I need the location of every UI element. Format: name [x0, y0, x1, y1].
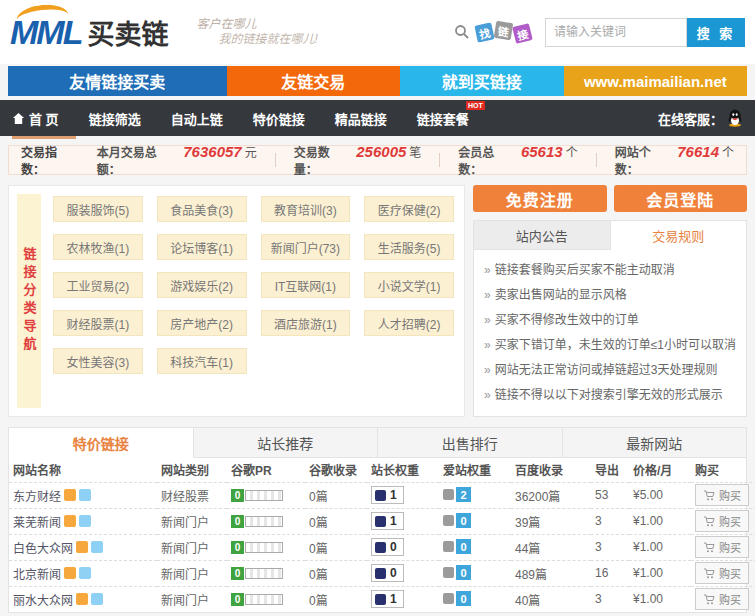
google-index: 0篇 [305, 534, 367, 560]
cert-icon [91, 593, 103, 605]
category-recruitment[interactable]: 人才招聘(2) [364, 310, 454, 336]
site-name-link[interactable]: 莱芜新闻 [13, 513, 61, 530]
table-row: 白色大众网 新闻门户 0 0篇 0 0 44篇 3 ¥1.00 购买 [9, 534, 755, 560]
find-link-tiles: 找 链 接 [474, 22, 531, 42]
rules-list: »链接套餐购买后买家不能主动取消 »卖家出售网站的显示风格 »买家不得修改生效中… [474, 250, 746, 416]
site-name-link[interactable]: 白色大众网 [13, 539, 73, 556]
category-panel: 链接分类导航 服装服饰(5) 食品美食(3) 教育培训(3) 医疗保健(2) 农… [8, 185, 465, 417]
nav-item-special[interactable]: 特价链接 [253, 100, 305, 136]
category-food[interactable]: 食品美食(3) [157, 196, 247, 222]
site-category: 新闻门户 [157, 534, 227, 560]
banner-segment-2: 友链交易 [227, 66, 400, 96]
category-tech-auto[interactable]: 科技汽车(1) [157, 348, 247, 374]
category-hotel-travel[interactable]: 酒店旅游(1) [261, 310, 351, 336]
aizhan-icon [443, 489, 454, 500]
site-name-link[interactable]: 丽水大众网 [13, 591, 73, 608]
search-input[interactable] [545, 18, 687, 47]
category-side-label: 链接分类导航 [17, 194, 41, 408]
pagerank-indicator: 0 [231, 593, 283, 606]
col-chinaz-weight: 站长权重 [367, 458, 439, 482]
aizhan-weight-badge: 0 [443, 513, 471, 528]
category-grid: 服装服饰(5) 食品美食(3) 教育培训(3) 医疗保健(2) 农林牧渔(1) … [41, 194, 456, 408]
category-novels[interactable]: 小说文学(1) [364, 272, 454, 298]
category-industry[interactable]: 工业贸易(2) [53, 272, 143, 298]
banner-segment-1: 友情链接买卖 [8, 66, 227, 96]
category-games[interactable]: 游戏娱乐(2) [157, 272, 247, 298]
stat-trade-count: 交易数量： 256005 笔 [294, 143, 422, 177]
category-forum[interactable]: 论坛博客(1) [157, 234, 247, 260]
account-panel: 免费注册 会员登陆 站内公告 交易规则 »链接套餐购买后买家不能主动取消 »卖家… [473, 185, 747, 417]
outlinks: 53 [591, 482, 629, 508]
category-agriculture[interactable]: 农林牧渔(1) [53, 234, 143, 260]
chinaz-weight-badge: 0 [371, 564, 404, 582]
login-button[interactable]: 会员登陆 [614, 185, 747, 212]
pagerank-indicator: 0 [231, 567, 283, 580]
tab-site-notice[interactable]: 站内公告 [474, 221, 610, 250]
outlinks: 3 [591, 508, 629, 534]
tile-jie: 接 [512, 23, 533, 44]
buy-button[interactable]: 购买 [695, 562, 749, 584]
buy-button[interactable]: 购买 [695, 536, 749, 558]
tab-webmaster-recommend[interactable]: 站长推荐 [194, 428, 379, 457]
tab-trade-rules[interactable]: 交易规则 [611, 221, 746, 250]
search-button[interactable]: 搜 索 [687, 18, 745, 47]
category-medical[interactable]: 医疗保健(2) [364, 196, 454, 222]
col-google-index: 谷歌收录 [305, 458, 367, 482]
table-row: 丽水大众网 新闻门户 0 0篇 1 0 40篇 3 ¥1.00 购买 [9, 586, 755, 612]
category-beauty[interactable]: 女性美容(3) [53, 348, 143, 374]
site-logo[interactable]: MML 买卖链 [10, 15, 168, 49]
col-google-pr: 谷歌PR [227, 458, 305, 482]
tab-special-links[interactable]: 特价链接 [9, 428, 194, 458]
banner-segment-3: 就到买链接 [400, 66, 564, 96]
rule-item[interactable]: »链接不得以以下对搜索引擎无效的形式展示 [484, 383, 736, 408]
register-button[interactable]: 免费注册 [473, 185, 606, 212]
rule-item[interactable]: »链接套餐购买后买家不能主动取消 [484, 258, 736, 283]
notice-tabs: 站内公告 交易规则 [474, 221, 746, 250]
buy-button[interactable]: 购买 [695, 588, 749, 610]
pagerank-indicator: 0 [231, 489, 283, 502]
buy-button[interactable]: 购买 [695, 484, 749, 506]
site-listing-panel: 特价链接 站长推荐 出售排行 最新网站 网站名称 网站类别 谷歌PR 谷歌收录 … [8, 427, 747, 613]
nav-item-premium[interactable]: 精品链接 [335, 100, 387, 136]
price: ¥5.00 [629, 482, 691, 508]
category-education[interactable]: 教育培训(3) [261, 196, 351, 222]
aizhan-icon [443, 567, 454, 578]
col-site-name: 网站名称 [9, 458, 157, 482]
buy-button[interactable]: 购买 [695, 510, 749, 532]
category-life-service[interactable]: 生活服务(5) [364, 234, 454, 260]
nav-item-autolink[interactable]: 自动上链 [171, 100, 223, 136]
nav-item-home[interactable]: 首 页 [12, 100, 59, 136]
outlinks: 3 [591, 534, 629, 560]
rule-item[interactable]: »卖家出售网站的显示风格 [484, 283, 736, 308]
google-index: 0篇 [305, 560, 367, 586]
nav-item-package[interactable]: 链接套餐 HOT [417, 100, 469, 136]
site-name-link[interactable]: 东方财经 [13, 487, 61, 504]
rule-item[interactable]: »网站无法正常访问或掉链超过3天处理规则 [484, 358, 736, 383]
divider [596, 153, 597, 167]
table-header-row: 网站名称 网站类别 谷歌PR 谷歌收录 站长权重 爱站权重 百度收录 导出 价格… [9, 458, 755, 482]
online-service[interactable]: 在线客服： [658, 109, 743, 128]
rule-item[interactable]: »买家下错订单，未生效的订单≤1小时可以取消 [484, 333, 736, 358]
site-name-link[interactable]: 北京新闻 [13, 565, 61, 582]
category-clothing[interactable]: 服装服饰(5) [53, 196, 143, 222]
price: ¥1.00 [629, 534, 691, 560]
rule-item[interactable]: »买家不得修改生效中的订单 [484, 308, 736, 333]
tab-newest-sites[interactable]: 最新网站 [563, 428, 747, 457]
banner-segment-url[interactable]: www.maimailian.net [564, 66, 747, 96]
category-it[interactable]: IT互联网(1) [261, 272, 351, 298]
table-row: 东方财经 财经股票 0 0篇 1 2 36200篇 53 ¥5.00 购买 [9, 482, 755, 508]
category-realestate[interactable]: 房产地产(2) [157, 310, 247, 336]
qq-penguin-icon [727, 109, 743, 127]
promo-icon [76, 541, 88, 553]
google-index: 0篇 [305, 586, 367, 612]
tab-sales-ranking[interactable]: 出售排行 [378, 428, 563, 457]
aizhan-icon [443, 593, 454, 604]
nav-item-filter[interactable]: 链接筛选 [89, 100, 141, 136]
category-finance[interactable]: 财经股票(1) [53, 310, 143, 336]
col-aizhan-weight: 爱站权重 [439, 458, 511, 482]
site-category: 新闻门户 [157, 508, 227, 534]
category-news[interactable]: 新闻门户(73) [261, 234, 351, 260]
search-zone: 找 链 接 搜 索 [454, 18, 745, 47]
active-nav-underline [12, 136, 76, 139]
slogan-line2: 我的链接就在哪儿! [196, 32, 317, 47]
